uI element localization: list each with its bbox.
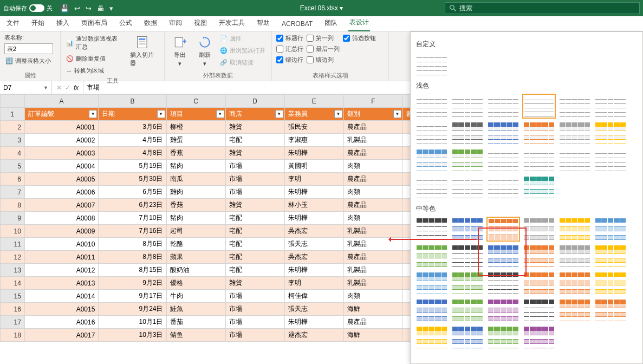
cell[interactable]: A0003 bbox=[24, 147, 98, 160]
cell[interactable]: A0009 bbox=[24, 225, 98, 238]
filter-dropdown-icon[interactable]: ▼ bbox=[157, 110, 165, 118]
banded-rows-check[interactable]: 镶边行 bbox=[276, 55, 303, 64]
style-thumb[interactable] bbox=[594, 121, 627, 146]
autosave-toggle[interactable]: 自动保存 关 bbox=[3, 4, 53, 12]
cell[interactable]: 逯杰宏 bbox=[284, 329, 343, 342]
cell[interactable]: 4月5日 bbox=[99, 134, 166, 147]
refresh-button[interactable]: 刷新▾ bbox=[194, 34, 216, 68]
cell[interactable]: 乳製品 bbox=[343, 264, 402, 277]
style-thumb[interactable] bbox=[486, 121, 520, 146]
cell[interactable]: 雞肉 bbox=[166, 186, 225, 199]
style-thumb[interactable] bbox=[451, 271, 484, 296]
cell[interactable]: 市場 bbox=[225, 316, 284, 329]
cell[interactable]: 6月5日 bbox=[99, 186, 166, 199]
cell[interactable]: 10月3日 bbox=[99, 329, 166, 342]
col-header[interactable] bbox=[1, 95, 25, 108]
style-thumb[interactable] bbox=[451, 244, 484, 269]
cell[interactable]: 宅配 bbox=[225, 264, 284, 277]
cell[interactable]: A0008 bbox=[24, 212, 98, 225]
undo-icon[interactable]: ↩ bbox=[74, 4, 80, 12]
cell[interactable]: 乳製品 bbox=[343, 134, 402, 147]
style-thumb[interactable] bbox=[594, 244, 627, 269]
cell[interactable]: 8月6日 bbox=[99, 238, 166, 251]
export-button[interactable]: 导出▾ bbox=[169, 34, 191, 68]
banded-cols-check[interactable]: 镶边列 bbox=[307, 55, 340, 64]
style-thumb[interactable] bbox=[486, 175, 520, 200]
cell[interactable]: 朱明樺 bbox=[284, 316, 343, 329]
cell[interactable]: 蘋果 bbox=[166, 251, 225, 264]
search-box[interactable]: 搜索 bbox=[445, 2, 640, 14]
cell[interactable]: A0005 bbox=[24, 173, 98, 186]
cell[interactable]: 農產品 bbox=[343, 316, 402, 329]
style-thumb[interactable] bbox=[558, 244, 592, 269]
cell[interactable]: 林小玉 bbox=[284, 199, 343, 212]
cell[interactable]: A0011 bbox=[24, 251, 98, 264]
cell[interactable]: 乳製品 bbox=[343, 225, 402, 238]
cell[interactable]: A0001 bbox=[24, 121, 98, 134]
style-thumb[interactable] bbox=[522, 121, 556, 146]
style-thumb[interactable] bbox=[594, 271, 627, 296]
cell[interactable]: 農產品 bbox=[343, 121, 402, 134]
pivot-button[interactable]: 📊 通过数据透视表汇总 bbox=[65, 34, 124, 52]
cell[interactable]: A0007 bbox=[24, 199, 98, 212]
cell[interactable]: 市場 bbox=[225, 186, 284, 199]
cell[interactable]: 李淑惠 bbox=[284, 134, 343, 147]
cell[interactable]: A0014 bbox=[24, 290, 98, 303]
tab-视图[interactable]: 视图 bbox=[193, 15, 208, 31]
cell[interactable]: 肉類 bbox=[343, 160, 402, 173]
cell[interactable]: 肉類 bbox=[343, 290, 402, 303]
style-thumb[interactable] bbox=[558, 94, 592, 119]
last-col-check[interactable]: 最后一列 bbox=[307, 44, 340, 54]
cell[interactable]: 市場 bbox=[225, 290, 284, 303]
style-thumb[interactable] bbox=[558, 217, 592, 242]
cell[interactable]: 農產品 bbox=[343, 173, 402, 186]
cell[interactable]: 乾酪 bbox=[166, 238, 225, 251]
style-thumb[interactable] bbox=[522, 271, 556, 296]
dedup-button[interactable]: 🚫 删除重复值 bbox=[65, 54, 124, 64]
resize-table-button[interactable]: 🔢 调整表格大小 bbox=[4, 56, 53, 66]
confirm-icon[interactable]: ✓ bbox=[65, 84, 70, 92]
cell[interactable]: 宅配 bbox=[225, 212, 284, 225]
cell[interactable]: 酸奶油 bbox=[166, 264, 225, 277]
filter-dropdown-icon[interactable]: ▼ bbox=[275, 110, 283, 118]
tablename-input[interactable] bbox=[4, 43, 53, 54]
cell[interactable]: A0015 bbox=[24, 303, 98, 316]
style-thumb[interactable] bbox=[415, 325, 449, 350]
cell[interactable]: A0002 bbox=[24, 134, 98, 147]
cell[interactable]: A0016 bbox=[24, 316, 98, 329]
cell[interactable]: 朱明樺 bbox=[284, 186, 343, 199]
tab-文件[interactable]: 文件 bbox=[5, 15, 21, 31]
cell[interactable]: 牛肉 bbox=[166, 290, 225, 303]
col-header[interactable]: B bbox=[99, 95, 166, 108]
cell[interactable]: 豬肉 bbox=[166, 160, 225, 173]
more-icon[interactable]: ▾ bbox=[109, 4, 113, 12]
cell[interactable]: 李明 bbox=[284, 277, 343, 290]
style-thumb[interactable] bbox=[451, 94, 484, 119]
cancel-icon[interactable]: ✕ bbox=[56, 84, 62, 92]
col-header[interactable]: F bbox=[343, 95, 402, 108]
cell[interactable]: 番茄 bbox=[166, 316, 225, 329]
style-thumb[interactable] bbox=[486, 217, 520, 242]
style-thumb[interactable] bbox=[594, 94, 627, 119]
col-header[interactable]: C bbox=[166, 95, 225, 108]
cell[interactable]: 農產品 bbox=[343, 199, 402, 212]
tab-表设计[interactable]: 表设计 bbox=[348, 15, 370, 31]
cell[interactable]: 乳製品 bbox=[343, 277, 402, 290]
style-thumb[interactable] bbox=[522, 298, 556, 323]
style-thumb[interactable] bbox=[415, 148, 449, 173]
table-header-cell[interactable]: 業務員▼ bbox=[284, 108, 343, 121]
style-thumb[interactable] bbox=[522, 94, 556, 119]
cell[interactable]: 南瓜 bbox=[166, 173, 225, 186]
cell[interactable]: 4月8日 bbox=[99, 147, 166, 160]
col-header[interactable]: E bbox=[284, 95, 343, 108]
style-thumb[interactable] bbox=[522, 217, 556, 242]
col-header[interactable]: D bbox=[225, 95, 284, 108]
cell[interactable]: A0006 bbox=[24, 186, 98, 199]
style-thumb[interactable] bbox=[522, 148, 556, 173]
cell[interactable]: 市場 bbox=[225, 303, 284, 316]
cell[interactable]: 李明 bbox=[284, 173, 343, 186]
cell[interactable]: 海鮮 bbox=[343, 329, 402, 342]
cell[interactable]: 優格 bbox=[166, 277, 225, 290]
cell[interactable]: 5月30日 bbox=[99, 173, 166, 186]
cell[interactable]: 香蕉 bbox=[166, 147, 225, 160]
